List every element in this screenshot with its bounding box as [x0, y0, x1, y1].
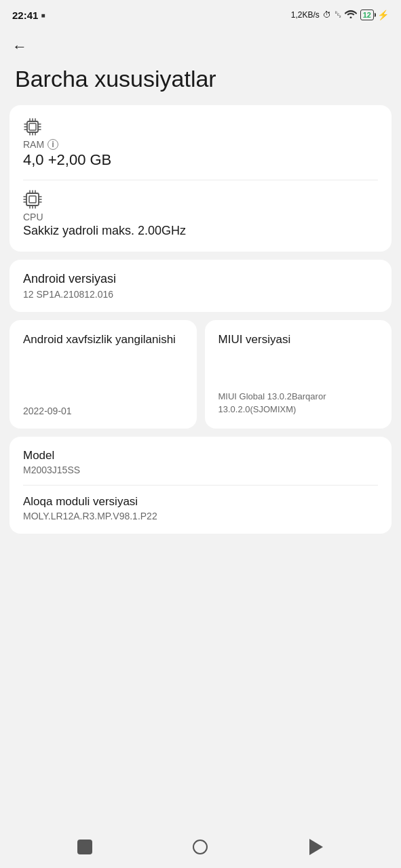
status-time: 22:41 ■ [12, 9, 45, 21]
model-card: Model M2003J15SS Aloqa moduli versiyasi … [9, 437, 392, 534]
cards-area: RAM i 4,0 +2,00 GB [0, 105, 401, 816]
spec-card: RAM i 4,0 +2,00 GB [9, 105, 392, 252]
back-nav-button[interactable] [301, 832, 331, 862]
ram-info-icon[interactable]: i [47, 139, 58, 150]
page-title-area: Barcha xususiyatlar [0, 61, 401, 105]
recent-apps-icon [77, 840, 92, 854]
cpu-section: CPU Sakkiz yadroli maks. 2.00GHz [23, 190, 378, 238]
alarm-icon: ⏱ [323, 10, 331, 20]
wifi-icon [345, 9, 357, 20]
ram-label-row: RAM i [23, 139, 378, 150]
android-version-card: Android versiyasi 12 SP1A.210812.016 [9, 260, 392, 312]
back-area: ← [0, 30, 401, 61]
back-nav-icon [309, 839, 323, 855]
android-version-value: 12 SP1A.210812.016 [23, 289, 378, 300]
back-arrow-icon: ← [12, 39, 27, 54]
model-divider [23, 485, 378, 486]
back-button[interactable]: ← [12, 35, 27, 58]
ram-label: RAM [23, 139, 44, 150]
status-icons: 1,2KB/s ⏱ ␒ 12 ⚡ [291, 9, 389, 20]
notification-dot: ■ [41, 12, 45, 19]
aloqa-title: Aloqa moduli versiyasi [23, 495, 378, 509]
miui-version-card: MIUI versiyasi MIUI Global 13.0.2Barqaro… [205, 320, 392, 429]
network-speed: 1,2KB/s [291, 10, 320, 20]
miui-version-value: MIUI Global 13.0.2Barqaror 13.0.2.0(SJOM… [218, 390, 379, 416]
cpu-label-row: CPU [23, 212, 378, 222]
cpu-chip-icon [23, 190, 378, 209]
cpu-value: Sakkiz yadroli maks. 2.00GHz [23, 224, 378, 238]
model-title: Model [23, 449, 378, 462]
aloqa-value: MOLY.LR12A.R3.MP.V98.1.P22 [23, 511, 378, 521]
miui-version-title: MIUI versiyasi [218, 332, 379, 347]
home-button[interactable] [185, 832, 215, 862]
security-update-card: Android xavfsizlik yangilanishi 2022-09-… [9, 320, 197, 429]
bottom-nav [0, 826, 401, 868]
status-bar: 22:41 ■ 1,2KB/s ⏱ ␒ 12 ⚡ [0, 0, 401, 30]
ram-section: RAM i 4,0 +2,00 GB [23, 117, 378, 169]
cpu-label: CPU [23, 212, 43, 222]
security-update-value: 2022-09-01 [23, 406, 183, 416]
notification-icon: ␒ [335, 9, 341, 20]
ram-value: 4,0 +2,00 GB [23, 151, 378, 169]
home-icon [193, 840, 208, 854]
time-text: 22:41 [12, 9, 38, 21]
battery-indicator: 12 [360, 9, 374, 20]
spec-divider [23, 180, 378, 180]
two-col-cards: Android xavfsizlik yangilanishi 2022-09-… [9, 320, 392, 429]
page-title: Barcha xususiyatlar [15, 65, 386, 93]
android-version-title: Android versiyasi [23, 272, 378, 286]
svg-rect-15 [29, 196, 36, 203]
recent-apps-button[interactable] [70, 832, 100, 862]
security-update-title: Android xavfsizlik yangilanishi [23, 332, 183, 347]
svg-rect-14 [26, 193, 39, 205]
ram-chip-icon [23, 117, 378, 136]
charging-icon: ⚡ [377, 9, 389, 20]
svg-rect-1 [29, 123, 36, 130]
model-value: M2003J15SS [23, 465, 378, 475]
model-section: Model M2003J15SS [23, 449, 378, 475]
aloqa-section: Aloqa moduli versiyasi MOLY.LR12A.R3.MP.… [23, 495, 378, 521]
battery-percent: 12 [363, 11, 371, 19]
